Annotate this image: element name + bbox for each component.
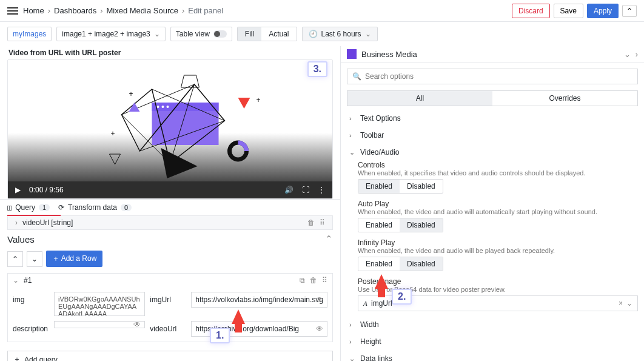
autoplay-desc: When enabled, the video and audio will a… xyxy=(358,208,638,215)
menu-icon[interactable] xyxy=(7,5,18,16)
field-row[interactable]: ›videoUrl [string] 🗑 ⠿ xyxy=(7,215,333,230)
infinity-label: Infinity Play xyxy=(358,238,638,247)
plugin-title: Business Media xyxy=(361,50,417,59)
infinity-desc: When enabled, the video and audio will b… xyxy=(358,247,638,254)
crumb-home[interactable]: Home xyxy=(23,6,44,15)
fit-segment: Fill Actual xyxy=(237,27,297,41)
tableview-toggle[interactable]: Table view xyxy=(170,27,232,41)
imgurl-label: imgUrl xyxy=(150,292,186,304)
collapse-button[interactable]: ⌃ xyxy=(622,5,637,17)
infinity-enabled[interactable]: Enabled xyxy=(358,257,400,271)
apply-button[interactable]: Apply xyxy=(587,4,619,18)
query-pill[interactable]: image1 + image2 + image3 ⌄ xyxy=(56,27,165,41)
callout-3: 3. xyxy=(307,61,327,77)
datasource-pill[interactable]: myImages xyxy=(7,27,52,41)
delete-entry-icon[interactable]: 🗑 xyxy=(310,276,317,285)
svg-text:+: + xyxy=(111,129,115,138)
crumb-src[interactable]: Mixed Media Source xyxy=(106,6,178,15)
callout-2: 2. xyxy=(392,289,412,305)
volume-icon[interactable]: 🔊 xyxy=(284,186,293,194)
controls-enabled[interactable]: Enabled xyxy=(358,180,400,193)
eye-icon[interactable]: 👁 xyxy=(316,295,323,304)
svg-point-2 xyxy=(157,106,159,108)
annotation-arrow-1 xyxy=(232,309,245,324)
poster-label: Poster Image xyxy=(358,277,638,286)
section-height[interactable]: ›Height xyxy=(347,333,638,350)
clear-icon[interactable]: × xyxy=(619,299,623,308)
description-input[interactable]: 👁 xyxy=(54,321,145,328)
play-icon[interactable]: ▶ xyxy=(15,186,21,194)
clock-icon: 🕘 xyxy=(309,30,318,38)
section-text-options[interactable]: ›Text Options xyxy=(347,110,638,127)
query-tab[interactable]: ◫Query1 xyxy=(7,203,50,212)
section-datalinks[interactable]: ⌄Data links xyxy=(347,350,638,361)
field-icon: 𝐴 xyxy=(363,299,367,308)
add-query-button[interactable]: ＋ Add query xyxy=(7,351,333,361)
drag-icon[interactable]: ⠿ xyxy=(320,218,325,227)
section-toolbar[interactable]: ›Toolbar xyxy=(347,127,638,144)
values-heading: Values xyxy=(7,234,35,245)
delete-icon[interactable]: 🗑 xyxy=(307,218,315,227)
annotation-arrow-2 xyxy=(375,274,388,289)
collapse-values[interactable]: ⌃ xyxy=(325,234,333,245)
section-width[interactable]: ›Width xyxy=(347,316,638,333)
more-icon[interactable]: ⋮ xyxy=(318,186,325,194)
video-time: 0:00 / 9:56 xyxy=(29,186,64,194)
copy-icon[interactable]: ⧉ xyxy=(300,276,305,285)
tab-all[interactable]: All xyxy=(347,91,492,106)
infinity-disabled[interactable]: Disabled xyxy=(400,257,443,271)
plugin-dropdown[interactable]: ⌄ xyxy=(624,50,631,59)
search-options[interactable]: 🔍Search options xyxy=(347,69,638,84)
expand-all-button[interactable]: ⌄ xyxy=(27,251,42,267)
controls-label: Controls xyxy=(358,161,638,169)
crumb-edit: Edit panel xyxy=(188,6,223,15)
plugin-icon xyxy=(347,49,357,59)
description-label: description xyxy=(13,321,49,333)
autoplay-disabled[interactable]: Disabled xyxy=(400,218,443,232)
svg-marker-12 xyxy=(161,148,198,178)
add-row-button[interactable]: ＋ Add a Row xyxy=(46,251,102,267)
eye-icon[interactable]: 👁 xyxy=(316,325,323,333)
controls-desc: When enabled, it specifies that video an… xyxy=(358,169,638,177)
fill-option[interactable]: Fill xyxy=(238,27,261,41)
img-label: img xyxy=(13,292,49,304)
poster-graphic: +++ xyxy=(8,60,332,181)
panel-title: Video from URL with URL poster xyxy=(7,46,333,59)
discard-button[interactable]: Discard xyxy=(512,4,550,18)
breadcrumb: Home› Dashboards› Mixed Media Source› Ed… xyxy=(23,6,223,15)
svg-marker-15 xyxy=(181,75,200,87)
svg-text:+: + xyxy=(257,96,261,104)
videourl-label: videoUrl xyxy=(150,321,186,333)
svg-point-3 xyxy=(162,106,164,108)
section-video-audio[interactable]: ⌄Video/Audio xyxy=(347,144,638,161)
callout-1: 1. xyxy=(210,328,230,343)
svg-point-4 xyxy=(167,106,169,108)
autoplay-label: Auto Play xyxy=(358,200,638,208)
eye-icon[interactable]: 👁 xyxy=(133,320,141,329)
crumb-dash[interactable]: Dashboards xyxy=(54,6,96,15)
video-panel: +++ 3. ▶ 0:00 / 9:56 🔊 ⛶ ⋮ xyxy=(7,59,333,199)
imgurl-input[interactable]: https://volkovlabs.io/img/index/main.svg… xyxy=(191,292,327,308)
video-controls[interactable]: ▶ 0:00 / 9:56 🔊 ⛶ ⋮ xyxy=(8,181,332,198)
save-button[interactable]: Save xyxy=(554,4,583,18)
collapse-all-button[interactable]: ⌃ xyxy=(7,251,23,267)
drag-entry-icon[interactable]: ⠿ xyxy=(322,276,327,285)
svg-text:+: + xyxy=(129,90,133,98)
entry-title: #1 xyxy=(24,276,32,285)
timerange-picker[interactable]: 🕘Last 6 hours⌄ xyxy=(302,27,378,41)
svg-marker-13 xyxy=(238,98,250,109)
svg-marker-17 xyxy=(110,154,121,164)
chevron-down-icon[interactable]: ⌄ xyxy=(626,299,632,308)
controls-disabled[interactable]: Disabled xyxy=(400,180,443,193)
fullscreen-icon[interactable]: ⛶ xyxy=(302,186,309,194)
actual-option[interactable]: Actual xyxy=(261,27,296,41)
tab-overrides[interactable]: Overrides xyxy=(492,91,637,106)
panel-next[interactable]: › xyxy=(636,50,638,59)
img-input[interactable]: iVBORw0KGgoAAAANSUhEUgAAANgAAADgCAYAAADA… xyxy=(54,292,145,316)
transform-tab[interactable]: ⟳Transform data0 xyxy=(58,203,132,212)
search-icon: 🔍 xyxy=(352,72,361,81)
autoplay-enabled[interactable]: Enabled xyxy=(358,218,400,232)
